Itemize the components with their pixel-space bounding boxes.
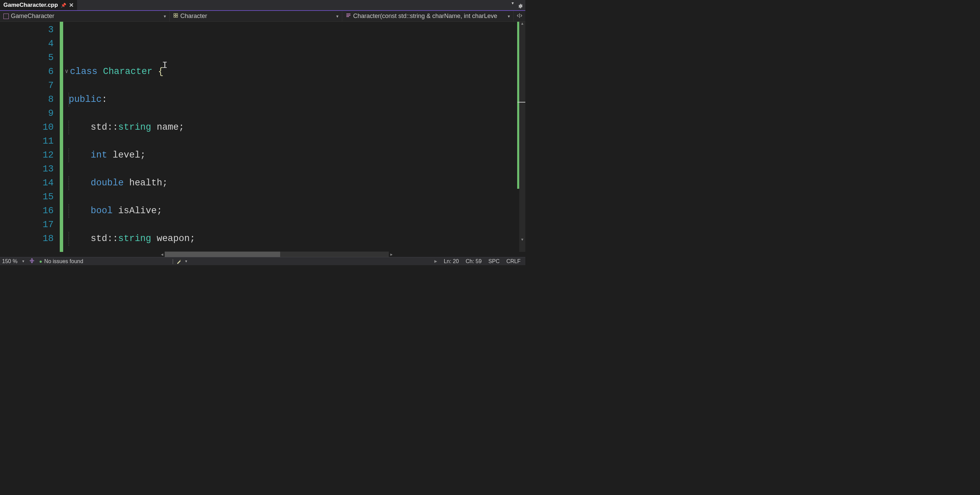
fold-icon[interactable]: ∨: [63, 65, 70, 78]
split-editor-icon[interactable]: [514, 11, 525, 21]
svg-rect-5: [346, 15, 350, 16]
status-eol[interactable]: CRLF: [506, 258, 520, 264]
horizontal-scrollbar[interactable]: ◀ ▶: [160, 251, 394, 257]
status-indent[interactable]: SPC: [488, 258, 500, 264]
nav-method-dropdown[interactable]: Character(const std::string & charName, …: [342, 11, 514, 21]
hscroll-thumb[interactable]: [165, 251, 280, 257]
scope-icon: [3, 14, 9, 19]
dropdown-icon[interactable]: ▼: [511, 2, 514, 11]
breakpoint-margin[interactable]: [0, 22, 13, 252]
scroll-down-icon[interactable]: ▼: [519, 238, 525, 243]
nav-method-label: Character(const std::string & charName, …: [353, 13, 497, 20]
intellicode-icon[interactable]: [29, 258, 35, 265]
gear-icon[interactable]: [518, 2, 523, 11]
status-line[interactable]: Ln: 20: [444, 258, 459, 264]
hscroll-track[interactable]: [165, 251, 389, 257]
status-char[interactable]: Ch: 59: [466, 258, 482, 264]
code-area[interactable]: ∨class Character { public: std::string n…: [63, 22, 525, 252]
vertical-scrollbar[interactable]: ▲ ▼: [519, 22, 525, 252]
close-icon[interactable]: ✕: [69, 2, 74, 9]
scroll-up-icon[interactable]: ▲: [519, 22, 525, 27]
svg-rect-6: [346, 16, 349, 17]
no-issues-label: No issues found: [44, 258, 83, 264]
svg-rect-0: [174, 14, 175, 15]
line-number-gutter: 3 4 5 6 7 8 9 10 11 12 13 14 15 16 17 18: [13, 22, 60, 252]
method-icon: [346, 13, 351, 20]
class-icon: [173, 13, 178, 20]
quick-actions[interactable]: | ▼: [172, 258, 188, 264]
status-bar: 150 % ▼ ● No issues found | ▼ ▶ Ln: 20 C…: [0, 257, 525, 265]
navigation-bar: GameCharacter ▼ Character ▼ Character(co…: [0, 10, 525, 22]
scroll-left-icon[interactable]: ◀: [160, 252, 165, 257]
svg-rect-2: [174, 16, 175, 18]
change-indicator: [60, 22, 63, 252]
chevron-down-icon: ▼: [163, 14, 167, 18]
nav-class-dropdown[interactable]: Character ▼: [170, 11, 342, 21]
nav-class-label: Character: [180, 13, 207, 20]
check-icon: ●: [39, 258, 42, 264]
nav-scope-dropdown[interactable]: GameCharacter ▼: [0, 11, 170, 21]
play-icon[interactable]: ▶: [434, 259, 437, 263]
zoom-level[interactable]: 150 %: [2, 258, 18, 264]
svg-rect-4: [346, 14, 350, 14]
svg-rect-1: [176, 14, 178, 15]
scrollbar-track[interactable]: [519, 27, 525, 238]
error-status[interactable]: ● No issues found: [39, 258, 83, 264]
scroll-right-icon[interactable]: ▶: [389, 252, 394, 257]
chevron-down-icon: ▼: [336, 14, 339, 18]
tab-filename: GameCharacter.cpp: [3, 2, 58, 8]
file-tab[interactable]: GameCharacter.cpp 📌 ✕: [0, 0, 77, 10]
code-editor[interactable]: 3 4 5 6 7 8 9 10 11 12 13 14 15 16 17 18…: [0, 22, 525, 252]
svg-rect-3: [176, 16, 178, 18]
tab-bar: GameCharacter.cpp 📌 ✕ ▼: [0, 0, 525, 10]
caret-marker: [517, 102, 525, 102]
nav-scope-label: GameCharacter: [11, 13, 54, 20]
tab-bar-right: ▼: [511, 2, 523, 11]
chevron-down-icon: ▼: [507, 14, 511, 18]
chevron-down-icon[interactable]: ▼: [21, 259, 25, 263]
pin-icon[interactable]: 📌: [61, 3, 66, 8]
